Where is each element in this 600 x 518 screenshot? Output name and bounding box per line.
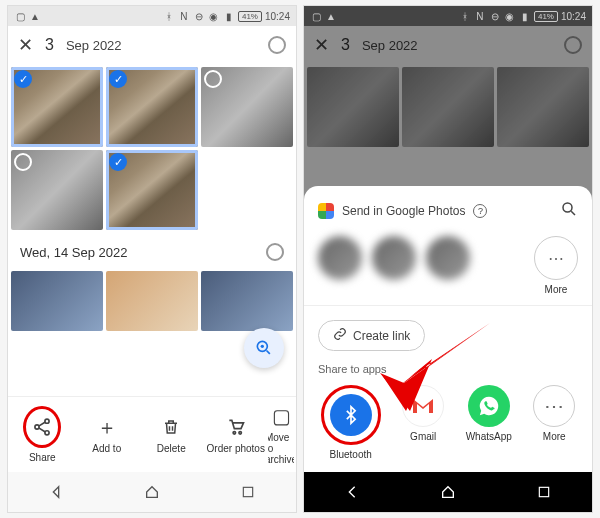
contact-avatar[interactable] <box>318 236 362 280</box>
contact-avatar[interactable] <box>426 236 470 280</box>
help-icon[interactable]: ? <box>473 204 487 218</box>
gmail-icon <box>402 385 444 427</box>
back-icon[interactable] <box>342 482 362 502</box>
select-ring <box>14 153 32 171</box>
svg-point-8 <box>563 203 572 212</box>
photo-thumbnail[interactable]: ✓ <box>106 67 198 147</box>
date-label: Wed, 14 Sep 2022 <box>20 245 127 260</box>
photo-thumbnail[interactable]: ✓ <box>106 150 198 230</box>
clock: 10:24 <box>561 11 586 22</box>
delete-button[interactable]: Delete <box>139 415 204 454</box>
photo-thumbnail[interactable] <box>201 271 293 331</box>
battery-indicator: 41% <box>238 11 262 22</box>
more-apps[interactable]: ⋯ More <box>533 385 575 460</box>
image-icon: ▢ <box>310 10 322 22</box>
photo-thumbnail[interactable] <box>497 67 589 147</box>
google-photos-icon <box>318 203 334 219</box>
bluetooth-status-icon: ᚼ <box>163 10 175 22</box>
check-icon: ✓ <box>14 70 32 88</box>
photo-grid: ✓ ✓ ✓ <box>8 64 296 233</box>
status-bar: ▢ ▲ ᚼ N ⊖ ◉ ▮ 41% 10:24 <box>8 6 296 26</box>
whatsapp-icon <box>468 385 510 427</box>
signal-icon: ▮ <box>223 10 235 22</box>
bluetooth-status-icon: ᚼ <box>459 10 471 22</box>
close-icon[interactable]: ✕ <box>314 34 329 56</box>
lens-icon <box>254 338 274 358</box>
photo-thumbnail[interactable] <box>307 67 399 147</box>
wifi-icon: ◉ <box>208 10 220 22</box>
bluetooth-app[interactable]: Bluetooth <box>321 385 381 460</box>
photo-thumbnail[interactable] <box>106 271 198 331</box>
contacts-row <box>304 226 592 290</box>
order-button[interactable]: Order photos <box>204 415 269 454</box>
check-icon: ✓ <box>109 70 127 88</box>
battery-indicator: 41% <box>534 11 558 22</box>
svg-rect-7 <box>243 487 252 496</box>
select-all-circle[interactable] <box>564 36 582 54</box>
archive-icon: ▢ <box>272 404 291 428</box>
svg-rect-9 <box>539 487 548 496</box>
check-icon: ✓ <box>109 153 127 171</box>
photo-thumbnail[interactable] <box>201 67 293 147</box>
photo-grid <box>304 64 592 150</box>
link-label: Create link <box>353 329 410 343</box>
warning-icon: ▲ <box>325 10 337 22</box>
whatsapp-app[interactable]: WhatsApp <box>466 385 512 460</box>
back-icon[interactable] <box>46 482 66 502</box>
lens-fab[interactable] <box>244 328 284 368</box>
photo-thumbnail[interactable] <box>11 271 103 331</box>
plus-icon: ＋ <box>97 415 117 439</box>
photo-thumbnail[interactable] <box>11 150 103 230</box>
selection-count: 3 <box>45 36 54 54</box>
select-ring <box>204 70 222 88</box>
system-navbar <box>8 472 296 512</box>
divider <box>304 305 592 306</box>
action-label: Delete <box>157 443 186 454</box>
create-link-button[interactable]: Create link <box>318 320 425 351</box>
recents-icon[interactable] <box>534 482 554 502</box>
photo-thumbnail[interactable] <box>402 67 494 147</box>
trash-icon <box>162 415 180 439</box>
sheet-header: Send in Google Photos ? <box>304 196 592 226</box>
warning-icon: ▲ <box>29 10 41 22</box>
recents-icon[interactable] <box>238 482 258 502</box>
home-icon[interactable] <box>142 482 162 502</box>
more-icon: ⋯ <box>533 385 575 427</box>
date-fragment: Sep 2022 <box>362 38 418 53</box>
app-label: Gmail <box>410 431 436 442</box>
home-icon[interactable] <box>438 482 458 502</box>
gmail-app[interactable]: Gmail <box>402 385 444 460</box>
system-navbar <box>304 472 592 512</box>
date-fragment: Sep 2022 <box>66 38 122 53</box>
contact-avatar[interactable] <box>372 236 416 280</box>
highlight-ring <box>23 406 61 448</box>
photo-thumbnail[interactable]: ✓ <box>11 67 103 147</box>
select-all-circle[interactable] <box>266 243 284 261</box>
share-icon <box>32 415 52 439</box>
bluetooth-icon <box>330 394 372 436</box>
apps-row: Bluetooth Gmail WhatsApp ⋯ More <box>304 379 592 462</box>
svg-point-6 <box>239 432 242 435</box>
svg-point-5 <box>233 432 236 435</box>
action-bar: Share ＋ Add to Delete Order photos ▢ Mov… <box>8 396 296 472</box>
addto-button[interactable]: ＋ Add to <box>75 415 140 454</box>
selection-toolbar: ✕ 3 Sep 2022 <box>8 26 296 64</box>
move-button[interactable]: ▢ Move to archive <box>268 404 294 465</box>
sheet-title: Send in Google Photos <box>342 204 465 218</box>
app-label: More <box>543 431 566 442</box>
nfc-icon: N <box>178 10 190 22</box>
share-button[interactable]: Share <box>10 406 75 463</box>
app-label: WhatsApp <box>466 431 512 442</box>
status-bar: ▢ ▲ ᚼ N ⊖ ◉ ▮ 41% 10:24 <box>304 6 592 26</box>
phone-right: ▢ ▲ ᚼ N ⊖ ◉ ▮ 41% 10:24 ✕ 3 Sep 2022 Sen… <box>303 5 593 513</box>
wifi-icon: ◉ <box>504 10 516 22</box>
search-icon[interactable] <box>560 200 578 222</box>
phone-left: ▢ ▲ ᚼ N ⊖ ◉ ▮ 41% 10:24 ✕ 3 Sep 2022 ✓ ✓… <box>7 5 297 513</box>
close-icon[interactable]: ✕ <box>18 34 33 56</box>
selection-toolbar: ✕ 3 Sep 2022 <box>304 26 592 64</box>
action-label: Add to <box>92 443 121 454</box>
nfc-icon: N <box>474 10 486 22</box>
share-apps-label: Share to apps <box>304 359 592 379</box>
link-icon <box>333 327 347 344</box>
select-all-circle[interactable] <box>268 36 286 54</box>
